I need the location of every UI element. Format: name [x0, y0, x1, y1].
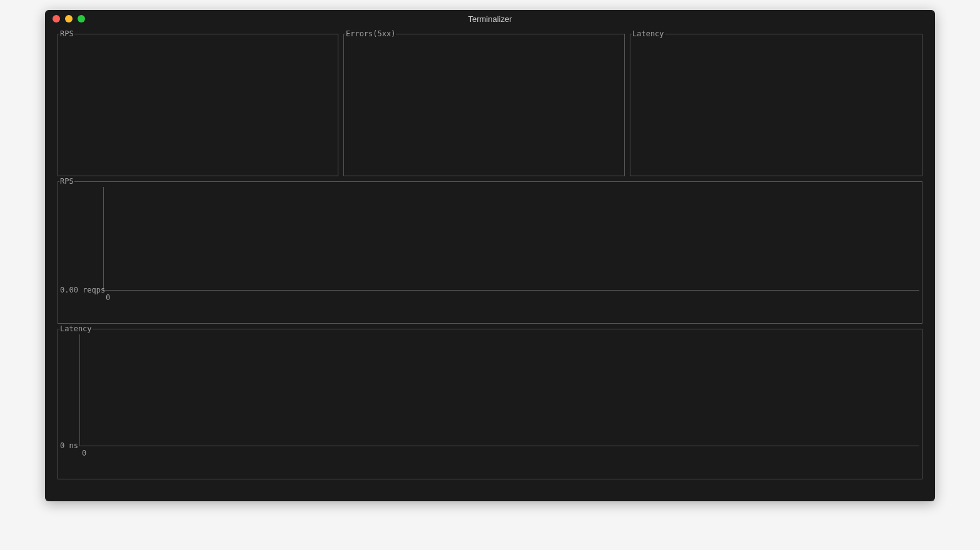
minimize-icon[interactable]: [65, 15, 73, 22]
panel-label: Latency: [59, 324, 93, 334]
rps-x-axis-label: 0: [106, 293, 110, 303]
errors-panel: Errors(5xx): [343, 34, 625, 176]
titlebar: Terminalizer: [45, 10, 935, 28]
rps-y-axis-label: 0.00 reqps: [60, 286, 105, 296]
terminal-content: RPS Errors(5xx) Latency RPS 0.00 reqps 0…: [45, 28, 935, 501]
rps-panel: RPS: [58, 34, 338, 176]
rps-chart-axes: [103, 187, 919, 291]
latency-y-axis-label: 0 ns: [60, 441, 78, 451]
panel-label: RPS: [59, 29, 74, 39]
latency-x-axis-label: 0: [82, 449, 86, 459]
rps-chart-row: RPS 0.00 reqps 0: [58, 181, 922, 324]
maximize-icon[interactable]: [78, 15, 85, 22]
rps-chart-panel: RPS 0.00 reqps 0: [58, 181, 922, 324]
latency-chart-panel: Latency 0 ns 0: [58, 329, 922, 479]
terminal-window: Terminalizer RPS Errors(5xx) Latency RPS…: [45, 10, 935, 501]
panel-label: Errors(5xx): [345, 29, 396, 39]
top-panels-row: RPS Errors(5xx) Latency: [58, 34, 922, 176]
panel-label: RPS: [59, 177, 74, 187]
traffic-lights: [53, 15, 85, 22]
window-title: Terminalizer: [53, 14, 927, 24]
panel-label: Latency: [632, 29, 665, 39]
latency-chart-row: Latency 0 ns 0: [58, 329, 922, 479]
close-icon[interactable]: [53, 15, 60, 22]
latency-chart-axes: [79, 334, 919, 446]
latency-panel: Latency: [630, 34, 922, 176]
